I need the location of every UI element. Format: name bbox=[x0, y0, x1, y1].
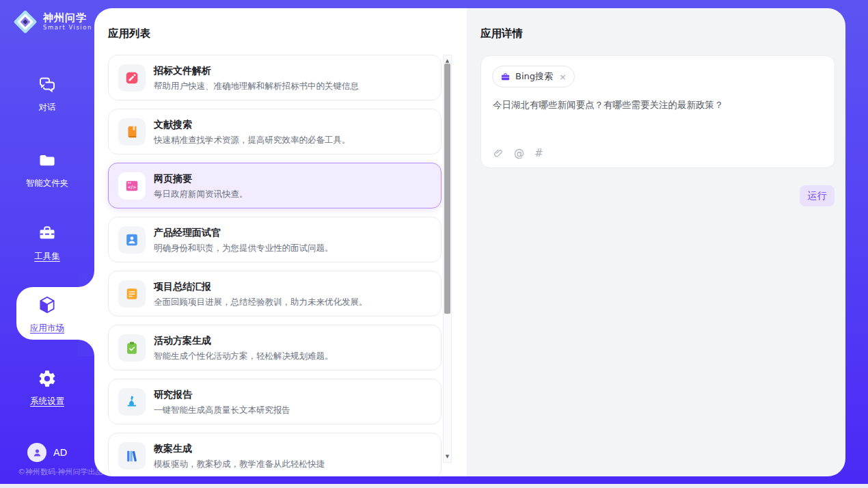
app-detail-panel: 应用详情 Bing搜索 × 今日湖北有哪些新闻要点？有哪些需要关注的最新政策？ … bbox=[467, 8, 845, 476]
prompt-text-input[interactable]: 今日湖北有哪些新闻要点？有哪些需要关注的最新政策？ bbox=[493, 98, 824, 111]
user-initials: AD bbox=[53, 447, 67, 458]
web-window-icon: </> bbox=[118, 172, 146, 200]
tab-curve-top bbox=[78, 271, 94, 287]
sidebar-item-label: 智能文件夹 bbox=[0, 178, 94, 189]
app-list: 招标文件解析 帮助用户快速、准确地理解和解析招标书中的关键信息 文献搜索 快速精… bbox=[108, 55, 442, 476]
list-item[interactable]: 研究报告 一键智能生成高质量长文本研究报告 bbox=[108, 379, 442, 424]
app-title: 项目总结汇报 bbox=[154, 281, 368, 293]
list-item[interactable]: 文献搜索 快速精准查找学术资源，提高研究效率的必备工具。 bbox=[108, 109, 442, 154]
toolbox-icon bbox=[38, 224, 57, 243]
svg-text:</>: </> bbox=[127, 185, 136, 190]
briefcase-icon bbox=[500, 72, 511, 82]
run-button[interactable]: 运行 bbox=[800, 185, 835, 206]
list-item-selected[interactable]: </> 网页摘要 每日政府新闻资讯快查。 bbox=[108, 163, 442, 208]
app-desc: 一键智能生成高质量长文本研究报告 bbox=[154, 405, 290, 415]
app-title: 文献搜索 bbox=[154, 119, 351, 131]
app-desc: 帮助用户快速、准确地理解和解析招标书中的关键信息 bbox=[154, 81, 359, 91]
person-icon bbox=[31, 447, 43, 459]
app-desc: 快速精准查找学术资源，提高研究效率的必备工具。 bbox=[154, 135, 351, 145]
books-icon bbox=[118, 442, 146, 470]
list-item[interactable]: 活动方案生成 智能生成个性化活动方案，轻松解决规划难题。 bbox=[108, 325, 442, 370]
sidebar-item-label: 工具集 bbox=[0, 251, 94, 262]
window-bottom-edge bbox=[0, 484, 868, 488]
app-desc: 每日政府新闻资讯快查。 bbox=[154, 189, 248, 199]
app-list-panel: 应用列表 招标文件解析 帮助用户快速、准确地理解和解析招标书中的关键信息 bbox=[94, 8, 467, 476]
sidebar-item-chat[interactable]: 对话 bbox=[0, 75, 94, 113]
brand-tagline: Smart Vision bbox=[43, 24, 92, 31]
avatar bbox=[27, 443, 46, 462]
tool-chip[interactable]: Bing搜索 × bbox=[492, 66, 575, 87]
app-list-title: 应用列表 bbox=[108, 27, 150, 41]
list-item[interactable]: 产品经理面试官 明确身份和职责，为您提供专业性的面试问题。 bbox=[108, 217, 442, 262]
app-desc: 明确身份和职责，为您提供专业性的面试问题。 bbox=[154, 243, 334, 253]
sidebar-item-label: 应用市场 bbox=[0, 323, 94, 334]
app-window: 神州问学 Smart Vision 对话 智能文件夹 bbox=[0, 0, 868, 488]
paperclip-icon[interactable] bbox=[493, 148, 504, 159]
brand-name: 神州问学 bbox=[43, 12, 92, 24]
user-account[interactable]: AD bbox=[27, 443, 67, 462]
folder-icon bbox=[38, 151, 57, 170]
app-title: 网页摘要 bbox=[154, 173, 248, 185]
attachment-toolbar: @ # bbox=[493, 147, 543, 159]
mention-icon[interactable]: @ bbox=[514, 147, 524, 159]
copyright-text: ©神州数码·神州问学出品 bbox=[18, 467, 103, 477]
list-scrollbar[interactable]: ▲ ▼ bbox=[443, 55, 452, 463]
cube-icon bbox=[37, 295, 57, 314]
sidebar-item-label: 系统设置 bbox=[0, 396, 94, 407]
interviewer-icon bbox=[118, 226, 146, 254]
sidebar-item-smart-folders[interactable]: 智能文件夹 bbox=[0, 151, 94, 189]
tab-curve-bottom bbox=[78, 340, 94, 356]
app-desc: 智能生成个性化活动方案，轻松解决规划难题。 bbox=[154, 351, 334, 361]
scroll-down-icon[interactable]: ▼ bbox=[444, 452, 451, 461]
sidebar: 神州问学 Smart Vision 对话 智能文件夹 bbox=[0, 0, 94, 484]
microscope-icon bbox=[118, 388, 146, 416]
scrollbar-thumb[interactable] bbox=[444, 64, 450, 314]
tool-chip-label: Bing搜索 bbox=[515, 70, 553, 83]
app-title: 教案生成 bbox=[154, 443, 325, 455]
sidebar-item-settings[interactable]: 系统设置 bbox=[0, 369, 94, 407]
list-item[interactable]: 招标文件解析 帮助用户快速、准确地理解和解析招标书中的关键信息 bbox=[108, 55, 442, 100]
close-icon[interactable]: × bbox=[559, 72, 567, 82]
app-desc: 全面回顾项目进展，总结经验教训，助力未来优化发展。 bbox=[154, 297, 368, 307]
gear-icon bbox=[38, 369, 57, 388]
sidebar-item-label: 对话 bbox=[0, 102, 94, 113]
app-title: 研究报告 bbox=[154, 389, 290, 401]
list-item[interactable]: 项目总结汇报 全面回顾项目进展，总结经验教训，助力未来优化发展。 bbox=[108, 271, 442, 316]
sidebar-item-app-market[interactable]: 应用市场 bbox=[0, 295, 94, 334]
brand-logo: 神州问学 Smart Vision bbox=[12, 9, 92, 35]
clipboard-check-icon bbox=[118, 334, 146, 362]
chat-icon bbox=[38, 75, 57, 94]
app-desc: 模板驱动，教案秒成，教学准备从此轻松快捷 bbox=[154, 459, 325, 469]
edit-square-icon bbox=[118, 64, 146, 92]
app-title: 活动方案生成 bbox=[154, 335, 334, 347]
list-item[interactable]: 教案生成 模板驱动，教案秒成，教学准备从此轻松快捷 bbox=[108, 433, 442, 476]
app-title: 产品经理面试官 bbox=[154, 227, 334, 239]
hash-icon[interactable]: # bbox=[534, 147, 543, 159]
brand-diamond-icon bbox=[12, 9, 38, 35]
book-icon bbox=[118, 118, 146, 146]
note-icon bbox=[118, 280, 146, 308]
sidebar-item-toolset[interactable]: 工具集 bbox=[0, 224, 94, 262]
app-detail-title: 应用详情 bbox=[480, 27, 523, 41]
app-title: 招标文件解析 bbox=[154, 65, 359, 77]
prompt-card: Bing搜索 × 今日湖北有哪些新闻要点？有哪些需要关注的最新政策？ @ # bbox=[480, 55, 835, 168]
